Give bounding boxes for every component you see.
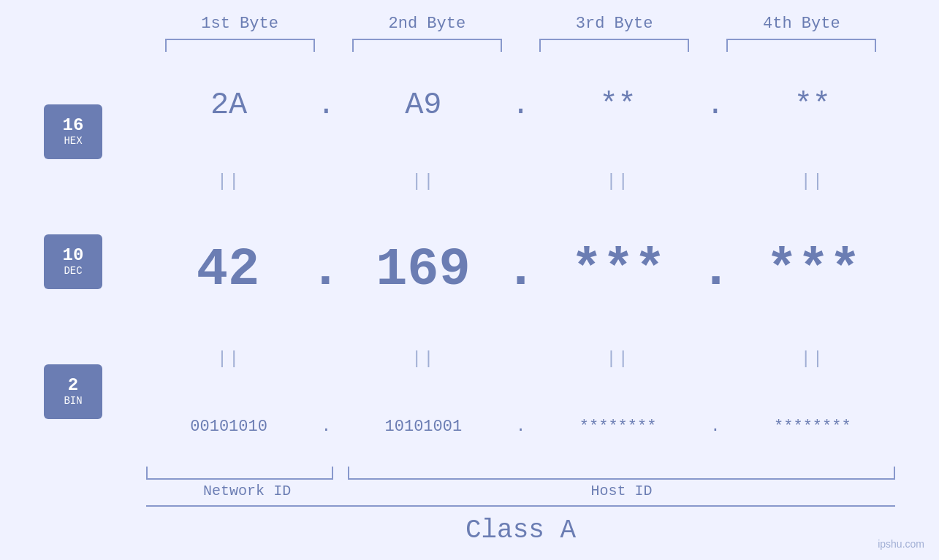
- hex-val-2: A9: [341, 88, 506, 123]
- bin-val-1: 00101010: [146, 418, 311, 436]
- bin-dot-1: .: [311, 418, 341, 436]
- network-bracket-container: [146, 467, 348, 480]
- byte-header-2: 2nd Byte: [333, 15, 520, 33]
- badge-bin-label: BIN: [64, 395, 82, 407]
- badge-hex-num: 16: [63, 116, 84, 135]
- bottom-section: Class A: [44, 505, 895, 545]
- host-bracket-container: [348, 467, 895, 480]
- hex-val-3: **: [536, 88, 701, 123]
- top-bracket-1: [146, 39, 333, 52]
- host-id-label: Host ID: [348, 483, 895, 499]
- hex-val-4: **: [730, 88, 895, 123]
- network-bracket-shape: [146, 467, 333, 480]
- eq1-c2: ||: [341, 172, 506, 191]
- badge-dec-num: 10: [63, 246, 84, 265]
- bin-val-3: ********: [536, 418, 701, 436]
- top-bracket-row: [44, 39, 895, 52]
- badge-bin: 2 BIN: [44, 364, 102, 419]
- top-bracket-2: [333, 39, 520, 52]
- hex-data-row: 2A . A9 . ** . **: [146, 88, 895, 123]
- eq2-c2: ||: [341, 349, 506, 369]
- host-bracket: [348, 467, 895, 480]
- bin-data-row: 00101010 . 10101001 . ******** . *******…: [146, 418, 895, 436]
- hex-val-1: 2A: [146, 88, 311, 123]
- network-bracket: [146, 467, 333, 480]
- dec-val-2: 169: [341, 244, 505, 296]
- eq2-c3: ||: [536, 349, 701, 369]
- bracket-shape-2: [352, 39, 502, 52]
- bottom-bracket-row: [44, 467, 895, 480]
- dec-dot-2: .: [505, 240, 536, 300]
- badge-dec: 10 DEC: [44, 234, 102, 289]
- badges-column: 16 HEX 10 DEC 2 BIN: [44, 59, 146, 464]
- equals-row-2: || || || ||: [146, 349, 895, 369]
- top-bracket-3: [521, 39, 708, 52]
- bin-val-2: 10101001: [341, 418, 506, 436]
- bin-dot-3: .: [701, 418, 730, 436]
- byte-header-4: 4th Byte: [708, 15, 895, 33]
- badge-hex-label: HEX: [64, 135, 82, 147]
- dec-dot-3: .: [700, 240, 731, 300]
- eq1-c3: ||: [536, 172, 701, 191]
- eq1-c4: ||: [730, 172, 895, 191]
- byte-header-1: 1st Byte: [146, 15, 333, 33]
- byte-header-3: 3rd Byte: [521, 15, 708, 33]
- byte-headers-row: 1st Byte 2nd Byte 3rd Byte 4th Byte: [44, 15, 895, 33]
- hex-dot-3: .: [701, 88, 730, 123]
- eq2-c1: ||: [146, 349, 311, 369]
- full-bottom-line: [146, 505, 895, 507]
- bracket-shape-1: [165, 39, 315, 52]
- network-id-label: Network ID: [146, 483, 348, 499]
- dec-data-row: 42 . 169 . *** . ***: [146, 240, 895, 300]
- watermark: ipshu.com: [878, 538, 924, 550]
- badge-dec-label: DEC: [64, 265, 82, 277]
- bin-dot-2: .: [506, 418, 536, 436]
- class-label: Class A: [146, 515, 895, 545]
- data-values-area: 2A . A9 . ** . ** || || || || 42: [146, 59, 895, 464]
- eq1-c1: ||: [146, 172, 311, 191]
- equals-row-1: || || || ||: [146, 172, 895, 191]
- hex-dot-2: .: [506, 88, 536, 123]
- dec-val-3: ***: [536, 244, 700, 296]
- main-container: 1st Byte 2nd Byte 3rd Byte 4th Byte 16 H…: [0, 0, 939, 560]
- badge-bin-num: 2: [68, 376, 78, 395]
- dec-val-1: 42: [146, 244, 310, 296]
- id-labels-row: Network ID Host ID: [44, 483, 895, 499]
- top-bracket-4: [708, 39, 895, 52]
- eq2-c4: ||: [730, 349, 895, 369]
- hex-dot-1: .: [311, 88, 341, 123]
- dec-val-4: ***: [731, 244, 895, 296]
- main-content-area: 16 HEX 10 DEC 2 BIN 2A . A9 . ** . **: [44, 59, 895, 464]
- bracket-shape-3: [539, 39, 689, 52]
- dec-dot-1: .: [310, 240, 341, 300]
- bin-val-4: ********: [730, 418, 895, 436]
- badge-hex: 16 HEX: [44, 104, 102, 159]
- bracket-shape-4: [726, 39, 876, 52]
